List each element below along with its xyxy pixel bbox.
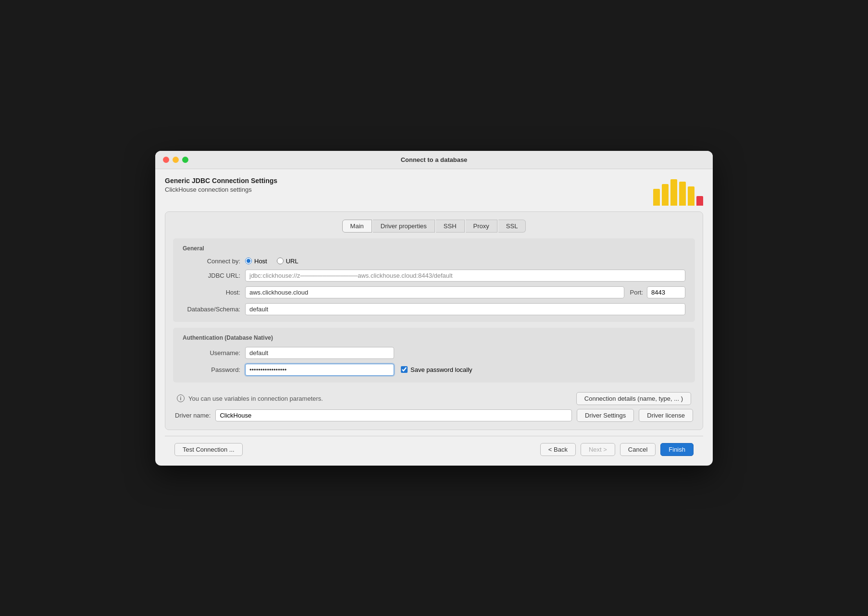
- connect-by-host-label: Host: [254, 258, 267, 265]
- port-label: Port:: [630, 289, 643, 296]
- driver-name-label: Driver name:: [175, 412, 211, 419]
- logo-bar-2: [662, 184, 669, 206]
- logo-bars: [653, 177, 703, 206]
- host-label: Host:: [183, 289, 245, 296]
- cancel-button[interactable]: Cancel: [620, 443, 656, 456]
- info-row: i You can use variables in connection pa…: [167, 388, 701, 409]
- header-text: Generic JDBC Connection Settings ClickHo…: [165, 177, 277, 193]
- logo-bar-4: [679, 182, 686, 206]
- connect-by-label: Connect by:: [183, 258, 245, 265]
- connect-by-host[interactable]: Host: [245, 258, 267, 265]
- port-input[interactable]: [647, 286, 685, 298]
- db-schema-row: Database/Schema:: [183, 303, 685, 315]
- logo-bar-5: [688, 186, 694, 206]
- connect-by-host-radio[interactable]: [245, 258, 252, 264]
- header-area: Generic JDBC Connection Settings ClickHo…: [165, 177, 703, 206]
- db-schema-input[interactable]: [245, 303, 685, 315]
- username-row: Username:: [183, 347, 685, 359]
- driver-row: Driver name: Driver Settings Driver lice…: [165, 409, 703, 422]
- traffic-lights: [163, 157, 188, 163]
- main-window: Connect to a database Generic JDBC Conne…: [155, 151, 713, 466]
- driver-license-button[interactable]: Driver license: [639, 409, 693, 422]
- titlebar: Connect to a database: [155, 151, 713, 169]
- info-icon: i: [177, 394, 185, 402]
- tabs: Main Driver properties SSH Proxy SSL: [165, 212, 703, 238]
- tab-driver-properties[interactable]: Driver properties: [373, 220, 435, 233]
- finish-button[interactable]: Finish: [660, 443, 694, 456]
- tab-ssl[interactable]: SSL: [498, 220, 526, 233]
- next-button[interactable]: Next >: [581, 443, 615, 456]
- driver-settings-button[interactable]: Driver Settings: [577, 409, 634, 422]
- auth-section-title: Authentication (Database Native): [183, 334, 685, 341]
- main-panel: Main Driver properties SSH Proxy SSL Gen…: [165, 211, 703, 430]
- window-title: Connect to a database: [401, 156, 468, 163]
- username-input[interactable]: [245, 347, 394, 359]
- jdbc-url-label: JDBC URL:: [183, 272, 245, 279]
- connection-details-button[interactable]: Connection details (name, type, ... ): [576, 392, 691, 405]
- logo-bar-1: [653, 189, 660, 206]
- jdbc-url-input[interactable]: [245, 270, 685, 282]
- jdbc-url-row: JDBC URL:: [183, 270, 685, 282]
- footer: Test Connection ... < Back Next > Cancel…: [165, 436, 703, 456]
- connect-by-url-radio[interactable]: [277, 258, 284, 264]
- save-password-label: Save password locally: [410, 366, 472, 373]
- password-row: Password: Save password locally: [183, 364, 685, 376]
- connect-by-options: Host URL: [245, 258, 298, 265]
- logo-bar-3: [670, 179, 677, 206]
- general-section-title: General: [183, 245, 685, 252]
- host-row: Host: Port:: [183, 286, 685, 298]
- general-section: General Connect by: Host URL: [173, 238, 695, 322]
- info-left: i You can use variables in connection pa…: [177, 394, 323, 402]
- password-input[interactable]: [245, 364, 394, 376]
- info-text: You can use variables in connection para…: [188, 395, 323, 402]
- auth-section: Authentication (Database Native) Usernam…: [173, 328, 695, 382]
- maximize-button[interactable]: [182, 157, 188, 163]
- minimize-button[interactable]: [173, 157, 179, 163]
- username-label: Username:: [183, 349, 245, 357]
- save-password-row: Save password locally: [401, 366, 472, 373]
- driver-name-input[interactable]: [215, 409, 572, 421]
- port-group: Port:: [630, 286, 685, 298]
- close-button[interactable]: [163, 157, 169, 163]
- password-label: Password:: [183, 366, 245, 373]
- back-button[interactable]: < Back: [540, 443, 576, 456]
- connect-by-url[interactable]: URL: [277, 258, 298, 265]
- logo-bar-6: [696, 196, 703, 206]
- save-password-checkbox[interactable]: [401, 366, 408, 373]
- header-subtitle: ClickHouse connection settings: [165, 186, 277, 193]
- header-title: Generic JDBC Connection Settings: [165, 177, 277, 185]
- tab-proxy[interactable]: Proxy: [466, 220, 497, 233]
- connect-by-row: Connect by: Host URL: [183, 258, 685, 265]
- test-connection-button[interactable]: Test Connection ...: [174, 443, 243, 456]
- tab-ssh[interactable]: SSH: [436, 220, 465, 233]
- footer-right: < Back Next > Cancel Finish: [540, 443, 694, 456]
- tab-main[interactable]: Main: [342, 220, 372, 233]
- host-input[interactable]: [245, 286, 624, 298]
- db-schema-label: Database/Schema:: [183, 306, 245, 313]
- window-content: Generic JDBC Connection Settings ClickHo…: [155, 169, 713, 466]
- connect-by-url-label: URL: [286, 258, 298, 265]
